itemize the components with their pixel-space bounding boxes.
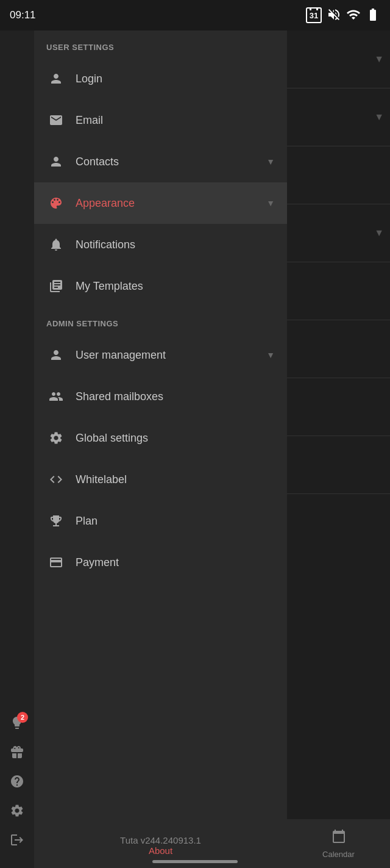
plan-label: Plan [76,515,98,528]
version-text: Tuta v244.240913.1 [46,835,275,845]
whitelabel-label: Whitelabel [76,473,127,486]
sidebar-item-notifications[interactable]: Notifications [34,224,287,265]
user-management-label: User management [76,349,166,362]
right-panel-item-5 [287,262,390,320]
sidebar-item-plan[interactable]: Plan [34,500,287,542]
contacts-icon [46,152,66,171]
wifi-icon [346,7,361,24]
right-panel-item-1: ▼ [287,30,390,88]
about-link[interactable]: About [46,845,275,856]
gift-button[interactable] [4,739,30,766]
bottom-nav[interactable]: Calendar [287,819,390,868]
login-label: Login [76,73,102,85]
shared-mailboxes-label: Shared mailboxes [76,390,163,403]
sidebar-item-login[interactable]: Login [34,58,287,99]
contacts-label: Contacts [76,156,119,168]
sidebar-item-email[interactable]: Email [34,99,287,141]
notifications-label: Notifications [76,239,135,251]
contacts-chevron: ▼ [266,157,275,167]
right-panel-item-8 [287,436,390,494]
global-settings-icon [46,428,66,448]
my-templates-label: My Templates [76,280,143,293]
templates-icon [46,276,66,296]
settings-drawer: USER SETTINGS Login Email [34,30,287,868]
sidebar-item-appearance[interactable]: Appearance ▼ [34,182,287,224]
user-management-icon [46,345,66,365]
calendar-app-icon: 31 [306,7,322,23]
sidebar-item-contacts[interactable]: Contacts ▼ [34,141,287,182]
main-layout: 2 USER SETTINGS [0,30,390,868]
tips-button[interactable]: 2 [4,709,30,736]
global-settings-label: Global settings [76,432,148,445]
appearance-chevron: ▼ [266,198,275,208]
email-icon [46,110,66,130]
mute-icon [327,7,341,24]
status-bar: 09:11 31 [0,0,390,30]
user-settings-header: USER SETTINGS [34,30,287,58]
right-chevron-2: ▼ [374,112,384,123]
admin-settings-header: ADMIN SETTINGS [34,307,287,334]
right-panel: ▼ ▼ ▼ Calendar [287,30,390,868]
right-chevron-1: ▼ [374,54,384,65]
user-management-chevron: ▼ [266,350,275,360]
status-icons: 31 [306,7,380,24]
payment-label: Payment [76,556,119,569]
sidebar-item-shared-mailboxes[interactable]: Shared mailboxes [34,376,287,417]
sidebar-item-payment[interactable]: Payment [34,542,287,583]
right-panel-item-6 [287,320,390,378]
status-time: 09:11 [10,9,36,21]
help-button[interactable] [4,768,30,795]
right-panel-item-2: ▼ [287,88,390,146]
left-sidebar: 2 [0,30,34,868]
sidebar-item-global-settings[interactable]: Global settings [34,417,287,459]
sidebar-item-my-templates[interactable]: My Templates [34,265,287,307]
right-chevron-4: ▼ [374,228,384,239]
payment-icon [46,553,66,572]
sidebar-item-user-management[interactable]: User management ▼ [34,334,287,376]
notifications-icon [46,235,66,254]
tips-badge: 2 [17,712,28,723]
sidebar-item-whitelabel[interactable]: Whitelabel [34,459,287,500]
battery-icon [366,7,380,24]
right-panel-item-3 [287,146,390,204]
appearance-label: Appearance [76,197,135,210]
logout-button[interactable] [4,827,30,853]
right-panel-item-4: ▼ [287,204,390,262]
login-icon [46,69,66,88]
shared-mailboxes-icon [46,387,66,406]
plan-icon [46,511,66,531]
email-label: Email [76,114,103,127]
right-panel-item-7 [287,378,390,436]
calendar-nav-icon [332,829,346,847]
whitelabel-icon [46,470,66,489]
home-indicator [152,860,238,863]
settings-button[interactable] [4,797,30,824]
appearance-icon [46,193,66,213]
calendar-nav-label: Calendar [322,850,355,859]
